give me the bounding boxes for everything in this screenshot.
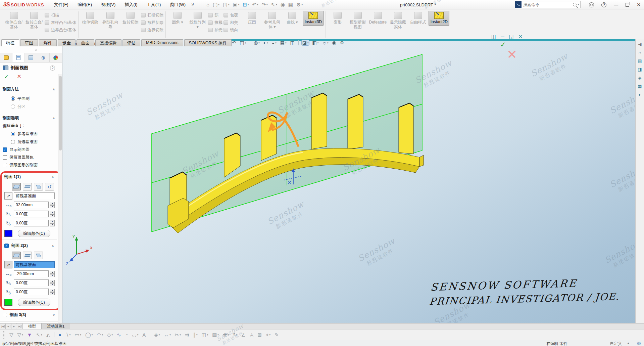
filter-faces-icon[interactable]: ▼ xyxy=(27,332,33,338)
spinner[interactable]: ▲▼ xyxy=(50,202,55,208)
edit-color-button[interactable]: 编辑颜色(C) xyxy=(18,230,50,237)
ribbon-item-small[interactable]: 边界切除 xyxy=(141,27,163,33)
ribbon-item[interactable]: 旋转切除 xyxy=(121,11,140,26)
tab-solidworks-addins[interactable]: SOLIDWORKS 插件 xyxy=(184,39,232,46)
repair-sketch-icon[interactable]: ⊠ xyxy=(257,332,263,338)
ribbon-item[interactable]: Instant2D xyxy=(429,11,449,26)
plane-icon[interactable]: ◈▾ xyxy=(153,332,160,338)
confirmation-cancel-icon[interactable]: ✕ xyxy=(507,47,517,62)
resources-icon[interactable]: ⌂ xyxy=(638,50,642,55)
print-icon[interactable]: ⊟▾ xyxy=(242,2,249,7)
ribbon-item-small[interactable]: 边界凸台/基体 xyxy=(45,27,76,33)
edit-color-button[interactable]: 编辑颜色(C) xyxy=(18,299,50,306)
undo-icon[interactable]: ↶▾ xyxy=(251,2,259,7)
checkbox-checked-icon[interactable] xyxy=(4,244,9,248)
right-plane-button[interactable] xyxy=(34,183,43,190)
group-section-options[interactable]: 剖面选项∧ xyxy=(0,112,58,122)
restore-doc-icon[interactable]: ◱ xyxy=(508,34,514,39)
ribbon-item[interactable]: 压凹 xyxy=(242,11,261,26)
filter-wireframe-icon[interactable]: ▽▾ xyxy=(17,332,24,338)
ribbon-item[interactable]: 参考几何体 ▾ xyxy=(262,11,282,31)
spline-icon[interactable]: ∿ xyxy=(116,332,122,338)
magnified-selection-icon[interactable]: ◉ xyxy=(280,2,286,7)
pm-ok-button[interactable]: ✓ xyxy=(4,73,9,80)
ribbon-item-small[interactable]: 镜向 xyxy=(224,27,238,33)
tab-surfaces[interactable]: 曲面 xyxy=(77,39,94,46)
radio-planar[interactable]: 平面副 xyxy=(11,96,58,101)
right-plane-button[interactable] xyxy=(34,252,43,259)
status-customize[interactable]: 自定义 xyxy=(610,341,622,346)
select-icon[interactable]: ↖▾ xyxy=(270,2,278,7)
appearances-icon[interactable]: ▦ xyxy=(637,84,642,89)
section1-yrotation-field[interactable]: 0.00度 xyxy=(14,220,49,226)
minimize-button[interactable]: — xyxy=(614,2,618,7)
restore-button[interactable] xyxy=(626,3,629,7)
pm-help-icon[interactable]: ? xyxy=(50,66,55,71)
mirror-entities-icon[interactable]: ◫▾ xyxy=(201,332,209,338)
tab-sheet-metal[interactable]: 钣金 xyxy=(58,39,76,46)
section1-plane-field[interactable]: 前视基准面 xyxy=(14,192,55,199)
search-icon[interactable] xyxy=(573,3,577,6)
tab-features[interactable]: 特征 xyxy=(1,39,19,46)
tab-dimxpert-manager[interactable]: ⊕ xyxy=(37,53,50,62)
ribbon-item-small[interactable]: 扫描切除 xyxy=(141,12,163,18)
display-relations-icon[interactable]: ◬ xyxy=(249,332,254,338)
ribbon-item[interactable]: 模型断裂视图 xyxy=(348,11,367,31)
tab-model[interactable]: 模型 xyxy=(23,323,42,329)
design-library-icon[interactable]: ▤ xyxy=(637,58,642,63)
group-section-method[interactable]: 剖面方法∧ xyxy=(0,83,58,93)
user-account-icon[interactable] xyxy=(589,2,594,7)
ribbon-item[interactable]: 自由样式 xyxy=(408,11,428,26)
customize-caret-icon[interactable]: ▲ xyxy=(627,342,630,345)
section1-distance-field[interactable]: 32.00mm xyxy=(14,202,49,208)
trim-entities-icon[interactable]: ✂▾ xyxy=(174,332,182,338)
angle-icon[interactable]: ∠ xyxy=(241,332,246,338)
radio-reference-plane[interactable]: 参考基准面 xyxy=(11,131,58,137)
help-icon[interactable]: ? xyxy=(601,2,606,7)
group-section1[interactable]: 剖面 1(1)∧ xyxy=(2,173,57,181)
section-view-icon[interactable]: ◪▾ xyxy=(302,40,309,45)
select-plane-icon[interactable]: ↗ xyxy=(4,261,12,268)
dock-icon[interactable]: ◫ xyxy=(491,34,497,39)
quick-snaps-icon[interactable]: ⌖▾ xyxy=(265,332,271,338)
close-doc-icon[interactable]: ✕ xyxy=(518,34,524,39)
tab-direct-editing[interactable]: 直接编辑 xyxy=(95,39,121,46)
ribbon-item[interactable]: 显示隐藏实体 xyxy=(388,11,407,31)
open-icon[interactable]: ◳▾ xyxy=(222,2,230,7)
selection-filter-icon[interactable]: ▽ xyxy=(9,332,14,338)
offset-entities-icon[interactable]: ∥▾ xyxy=(192,332,198,338)
ribbon-item-small[interactable]: 放样凸台/基体 xyxy=(45,20,76,26)
ribbon-item[interactable]: Instant3D xyxy=(303,11,324,26)
ribbon-item[interactable]: 旋转凸台/基体 xyxy=(24,11,44,31)
smart-dimension-icon[interactable]: ↔▾ xyxy=(163,332,171,338)
menu-edit[interactable]: 编辑(E) xyxy=(78,2,92,8)
circle-icon[interactable]: ◯▾ xyxy=(85,332,93,338)
ribbon-item[interactable]: 线性阵列 ▾ xyxy=(188,11,207,31)
sketch-point-icon[interactable]: ● xyxy=(58,332,62,338)
next-tab-icon[interactable]: ▶ xyxy=(11,323,17,329)
section2-plane-field[interactable]: 前视基准面 xyxy=(14,261,55,268)
save-icon[interactable]: ▣▾ xyxy=(232,2,240,7)
checkbox-icon[interactable] xyxy=(3,313,7,317)
view-palette-icon[interactable]: ◈ xyxy=(638,75,642,80)
graphics-area[interactable]: Y X Z ▸ prt0002 (默认) <<默认>... ◎⊞▾↶◳▾◍▾◐▾… xyxy=(62,39,635,323)
spinner[interactable]: ▲▼ xyxy=(50,220,55,226)
redo-icon[interactable]: ↷▾ xyxy=(261,2,268,7)
tab-evaluate[interactable]: 评估 xyxy=(122,39,140,46)
ribbon-item[interactable]: 变形 xyxy=(328,11,347,26)
tab-display-manager[interactable] xyxy=(50,53,62,62)
lighting-icon[interactable]: ☼▾ xyxy=(321,40,329,45)
view-settings-icon[interactable]: ◫ xyxy=(289,40,295,45)
polygon-icon[interactable]: ◇▾ xyxy=(106,332,113,338)
tab-motion-study[interactable]: 运动算例1 xyxy=(42,323,70,329)
tab-weldments[interactable]: 焊件 xyxy=(39,39,57,46)
spinner[interactable]: ▲▼ xyxy=(50,211,55,217)
ribbon-item-small[interactable]: 相交 xyxy=(224,20,238,26)
arc-icon[interactable]: ◠▾ xyxy=(96,332,104,338)
tab-sketch[interactable]: 草图 xyxy=(20,39,38,46)
linear-pattern-icon[interactable]: ▦▾ xyxy=(211,332,219,338)
rebuild-icon[interactable]: ▦ xyxy=(288,2,294,7)
radio-zonal[interactable]: 分区 xyxy=(11,104,58,110)
sketch-text-icon[interactable]: A xyxy=(142,332,146,338)
spinner[interactable]: ▲▼ xyxy=(50,289,55,295)
